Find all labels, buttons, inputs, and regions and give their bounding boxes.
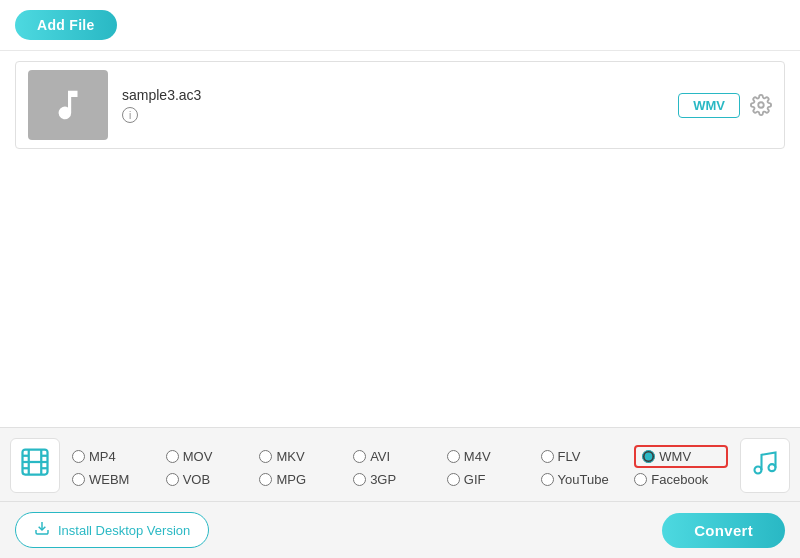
audio-icon <box>751 449 779 483</box>
format-option-mp4[interactable]: MP4 <box>72 445 166 468</box>
format-option-mov[interactable]: MOV <box>166 445 260 468</box>
format-option-m4v[interactable]: M4V <box>447 445 541 468</box>
video-format-icon-box <box>10 438 60 493</box>
download-icon <box>34 520 50 540</box>
file-list: sample3.ac3 i WMV <box>0 51 800 427</box>
install-label: Install Desktop Version <box>58 523 190 538</box>
format-option-3gp[interactable]: 3GP <box>353 472 447 487</box>
convert-button[interactable]: Convert <box>662 513 785 548</box>
format-option-webm[interactable]: WEBM <box>72 472 166 487</box>
format-selector: MP4 MOV MKV AVI M4V FLV WMV WEB <box>0 428 800 502</box>
format-option-mpg[interactable]: MPG <box>259 472 353 487</box>
file-name: sample3.ac3 <box>122 87 678 103</box>
svg-point-10 <box>769 464 776 471</box>
format-option-youtube[interactable]: YouTube <box>541 472 635 487</box>
settings-icon[interactable] <box>750 94 772 116</box>
audio-format-icon-box <box>740 438 790 493</box>
music-icon <box>49 86 87 124</box>
formats-grid: MP4 MOV MKV AVI M4V FLV WMV WEB <box>72 443 728 489</box>
format-option-avi[interactable]: AVI <box>353 445 447 468</box>
format-option-mkv[interactable]: MKV <box>259 445 353 468</box>
format-option-wmv[interactable]: WMV <box>634 445 728 468</box>
svg-point-9 <box>755 466 762 473</box>
info-icon[interactable]: i <box>122 107 138 123</box>
file-item: sample3.ac3 i WMV <box>15 61 785 149</box>
install-button[interactable]: Install Desktop Version <box>15 512 209 548</box>
svg-point-0 <box>758 102 764 108</box>
add-file-button[interactable]: Add File <box>15 10 117 40</box>
film-icon <box>20 447 50 484</box>
toolbar: Add File <box>0 0 800 51</box>
file-actions: WMV <box>678 93 772 118</box>
file-info: sample3.ac3 i <box>122 87 678 123</box>
action-bar: Install Desktop Version Convert <box>0 502 800 558</box>
format-badge[interactable]: WMV <box>678 93 740 118</box>
format-option-vob[interactable]: VOB <box>166 472 260 487</box>
format-option-flv[interactable]: FLV <box>541 445 635 468</box>
file-thumbnail <box>28 70 108 140</box>
bottom-bar: MP4 MOV MKV AVI M4V FLV WMV WEB <box>0 427 800 558</box>
format-option-gif[interactable]: GIF <box>447 472 541 487</box>
format-option-facebook[interactable]: Facebook <box>634 472 728 487</box>
